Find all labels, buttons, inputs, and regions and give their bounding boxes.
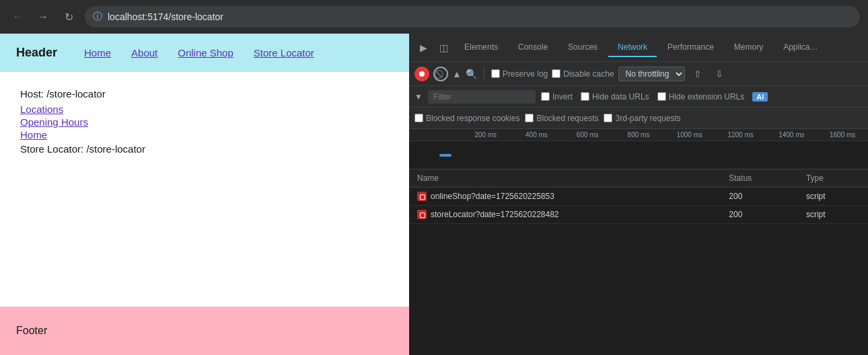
nav-home[interactable]: Home [84, 47, 111, 58]
clear-button[interactable]: ⃠ [433, 67, 448, 81]
host-text: Host: /store-locator [20, 88, 389, 100]
blocked-requests-label[interactable]: Blocked requests [525, 114, 598, 123]
col-status: Status [721, 169, 798, 188]
row-status: 200 [721, 188, 798, 206]
browser-page: Header Home About Online Shop Store Loca… [0, 34, 409, 355]
timeline-labels: 200 ms 400 ms 600 ms 800 ms 1000 ms 1200… [409, 129, 868, 141]
third-party-checkbox[interactable] [604, 114, 612, 122]
devtools-tabs: Elements Console Sources Network Perform… [455, 38, 828, 57]
disable-cache-label[interactable]: Disable cache [552, 69, 614, 79]
back-button[interactable]: ← [8, 7, 27, 26]
timeline-label-1400: 1400 ms [766, 131, 817, 139]
invert-label[interactable]: Invert [541, 92, 573, 102]
timeline-label-200: 200 ms [460, 131, 511, 139]
network-toolbar: ⃠ ▲ 🔍 Preserve log Disable cache No thro… [409, 62, 868, 86]
locations-link[interactable]: Locations [20, 104, 389, 115]
home-link[interactable]: Home [20, 129, 389, 141]
filter-icon-button[interactable]: ▲ [452, 69, 462, 79]
timeline-track [409, 141, 868, 169]
row-type: script [798, 206, 868, 224]
col-name: Name [409, 169, 721, 188]
table-row[interactable]: ▢ storeLocator?date=1725620228482 200 sc… [409, 206, 868, 224]
nav-about[interactable]: About [131, 47, 157, 58]
separator [484, 67, 484, 81]
footer-label: Footer [16, 325, 47, 337]
row-type: script [798, 188, 868, 206]
row-name: storeLocator?date=1725620228482 [431, 210, 559, 219]
nav-online-shop[interactable]: Online Shop [178, 47, 233, 58]
filter-highlight: Al [752, 92, 768, 102]
download-icon-button[interactable]: ⇩ [711, 65, 728, 83]
devtools-panel: ▶ ◫ Elements Console Sources Network Per… [409, 34, 868, 355]
hide-data-urls-label[interactable]: Hide data URLs [581, 92, 649, 102]
timeline-area: 200 ms 400 ms 600 ms 800 ms 1000 ms 1200… [409, 129, 868, 169]
address-bar[interactable]: ⓘ localhost:5174/store-locator [85, 6, 860, 28]
hide-data-urls-checkbox[interactable] [581, 92, 589, 101]
error-icon: ▢ [417, 192, 427, 201]
forward-button[interactable]: → [34, 7, 52, 26]
preserve-log-label[interactable]: Preserve log [491, 69, 548, 79]
page-nav: Home About Online Shop Store Locator [84, 47, 314, 58]
row-name: onlineShop?date=1725620225853 [431, 192, 554, 201]
timeline-label-1600: 1600 ms [817, 131, 868, 139]
timeline-label-1000: 1000 ms [664, 131, 715, 139]
error-icon: ▢ [417, 210, 427, 219]
col-type: Type [798, 169, 868, 188]
main-area: Header Home About Online Shop Store Loca… [0, 34, 868, 355]
throttle-select[interactable]: No throttling [618, 67, 685, 81]
hide-extension-urls-checkbox[interactable] [657, 92, 666, 101]
preserve-log-checkbox[interactable] [491, 69, 500, 78]
tab-application[interactable]: Applica… [774, 38, 827, 57]
devtools-pointer-icon[interactable]: ▶ [414, 39, 432, 56]
blocked-cookies-label[interactable]: Blocked response cookies [414, 114, 519, 123]
record-icon [419, 71, 425, 77]
page-footer: Footer [0, 307, 409, 355]
tab-elements[interactable]: Elements [455, 38, 507, 57]
blocked-cookies-checkbox[interactable] [414, 114, 423, 122]
page-content: Host: /store-locator Locations Opening H… [0, 72, 409, 307]
store-locator-text: Store Locator: /store-locator [20, 143, 389, 155]
filter-checkboxes: Invert Hide data URLs Hide extension URL… [541, 92, 768, 102]
tab-sources[interactable]: Sources [558, 38, 607, 57]
filter-icon: ▼ [414, 92, 423, 102]
page-header: Header Home About Online Shop Store Loca… [0, 34, 409, 72]
row-name-cell: ▢ onlineShop?date=1725620225853 [409, 188, 721, 206]
tab-performance[interactable]: Performance [658, 38, 723, 57]
timeline-label-800: 800 ms [613, 131, 664, 139]
tab-memory[interactable]: Memory [725, 38, 772, 57]
timeline-bar [439, 154, 451, 157]
page-logo: Header [16, 46, 57, 60]
timeline-label-1200: 1200 ms [715, 131, 766, 139]
record-button[interactable] [414, 67, 429, 81]
blocked-requests-checkbox[interactable] [525, 114, 534, 122]
opening-hours-link[interactable]: Opening Hours [20, 116, 389, 128]
timeline-label-600: 600 ms [562, 131, 613, 139]
info-icon: ⓘ [93, 11, 102, 23]
browser-chrome: ← → ↻ ⓘ localhost:5174/store-locator [0, 0, 868, 34]
third-party-label[interactable]: 3rd-party requests [604, 114, 680, 123]
filter-bar: ▼ Invert Hide data URLs Hide extension U… [409, 86, 868, 108]
devtools-tab-bar: ▶ ◫ Elements Console Sources Network Per… [409, 34, 868, 62]
blocked-bar: Blocked response cookies Blocked request… [409, 108, 868, 129]
network-table: Name Status Type ▢ onlineShop?date=17256… [409, 169, 868, 355]
nav-store-locator[interactable]: Store Locator [254, 47, 314, 58]
tab-console[interactable]: Console [509, 38, 557, 57]
search-icon-button[interactable]: 🔍 [466, 69, 477, 79]
tab-network[interactable]: Network [608, 38, 657, 57]
table-row[interactable]: ▢ onlineShop?date=1725620225853 200 scri… [409, 188, 868, 206]
requests-table: Name Status Type ▢ onlineShop?date=17256… [409, 169, 868, 224]
timeline-label-400: 400 ms [511, 131, 563, 139]
reload-button[interactable]: ↻ [59, 7, 78, 26]
invert-checkbox[interactable] [541, 92, 550, 101]
disable-cache-checkbox[interactable] [552, 69, 560, 78]
filter-input[interactable] [428, 90, 536, 104]
upload-icon-button[interactable]: ⇧ [689, 65, 707, 83]
row-name-cell: ▢ storeLocator?date=1725620228482 [409, 206, 721, 224]
hide-extension-urls-label[interactable]: Hide extension URLs [657, 92, 745, 102]
row-status: 200 [721, 206, 798, 224]
devtools-mobile-icon[interactable]: ◫ [435, 39, 452, 56]
address-text: localhost:5174/store-locator [108, 11, 223, 22]
